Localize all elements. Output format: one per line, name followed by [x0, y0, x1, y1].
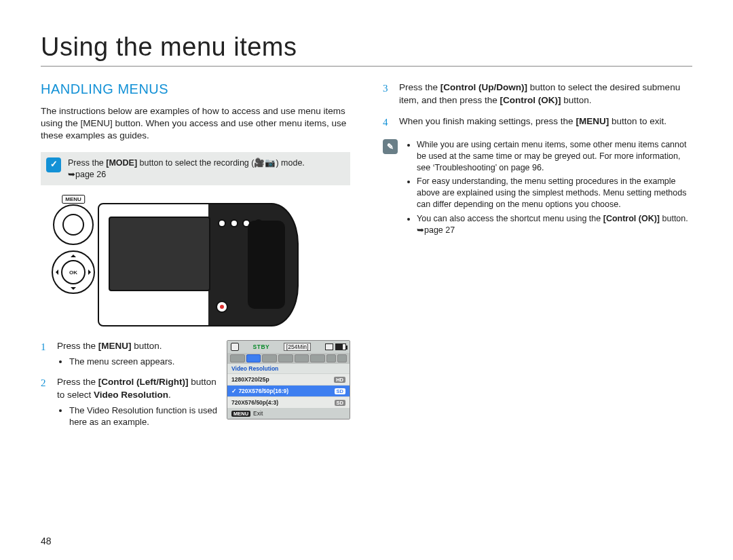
step-number: 1: [41, 340, 49, 367]
left-steps: 1 Press the [MENU] button. The menu scre…: [41, 340, 217, 437]
dpad-left-icon: [53, 269, 58, 275]
menu-dial-label: MENU: [62, 195, 85, 204]
lcd-exit-label: Exit: [253, 410, 263, 417]
tip-item: For easy understanding, the menu setting…: [417, 176, 692, 210]
lcd-tab: [337, 354, 347, 362]
page-ref-arrow-icon: ➥: [417, 225, 424, 235]
lcd-status-bar: STBY [254Min]: [227, 341, 350, 353]
step-1: 1 Press the [MENU] button. The menu scre…: [41, 340, 217, 367]
step-2-sub: The Video Resolution function is used he…: [69, 405, 217, 428]
dpad-right-icon: [88, 269, 94, 275]
lcd-menu-row-selected: 720X576/50p(16:9) SD: [227, 385, 350, 396]
dpad-up-icon: [71, 252, 76, 257]
lcd-tab-bar: [227, 353, 350, 364]
camera-body: [98, 203, 299, 326]
section-heading: HANDLING MENUS: [41, 81, 350, 97]
camera-screen: [109, 217, 210, 291]
battery-icon: [335, 343, 346, 350]
lcd-menu-header: Video Resolution: [227, 364, 350, 373]
two-column-layout: HANDLING MENUS The instructions below ar…: [41, 81, 692, 438]
lcd-footer: MENU Exit: [227, 408, 350, 419]
lcd-remaining-time: [254Min]: [284, 343, 312, 351]
right-column: 3 Press the [Control (Up/Down)] button t…: [383, 81, 692, 438]
mode-note-text: Press the [MODE] button to select the re…: [68, 157, 305, 181]
sd-card-icon: [231, 343, 239, 351]
manual-page: Using the menu items HANDLING MENUS The …: [0, 0, 733, 451]
intro-paragraph: The instructions below are examples of h…: [41, 105, 350, 143]
tip-item: While you are using certain menu items, …: [417, 139, 692, 174]
photo-icon: 📷: [265, 158, 276, 168]
step-2: 2 Press the [Control (Left/Right)] butto…: [41, 376, 217, 428]
pencil-note-icon: ✎: [383, 139, 398, 154]
step-number: 3: [383, 81, 391, 107]
check-icon: ✓: [46, 157, 61, 172]
page-ref-arrow-icon: ➥: [68, 170, 75, 179]
lcd-tab: [295, 354, 309, 362]
page-number: 48: [41, 536, 52, 546]
left-bottom-row: 1 Press the [MENU] button. The menu scre…: [41, 340, 350, 437]
camera-illustration: MENU OK: [41, 198, 299, 326]
menu-dial: MENU: [53, 204, 94, 245]
lcd-tab-active: [246, 354, 261, 362]
mode-note-box: ✓ Press the [MODE] button to select the …: [41, 152, 350, 186]
video-icon: 🎥: [254, 158, 265, 168]
step-3: 3 Press the [Control (Up/Down)] button t…: [383, 81, 692, 107]
step-4: 4 When you finish making settings, press…: [383, 115, 692, 130]
storage-icon: [325, 343, 333, 350]
tips-block: ✎ While you are using certain menu items…: [383, 139, 692, 239]
dpad-down-icon: [71, 287, 76, 293]
left-column: HANDLING MENUS The instructions below ar…: [41, 81, 350, 438]
chapter-title: Using the menu items: [41, 33, 692, 67]
lcd-tab: [262, 354, 277, 362]
tip-item: You can also access the shortcut menu us…: [417, 213, 692, 236]
camera-grip: [248, 221, 285, 309]
step-1-sub: The menu screen appears.: [69, 356, 217, 368]
lcd-menu-row: 1280X720/25p HD: [227, 373, 350, 385]
step-number: 4: [383, 115, 391, 130]
lcd-tab: [326, 354, 336, 362]
lcd-screenshot: STBY [254Min]: [227, 340, 350, 419]
tips-list: While you are using certain menu items, …: [405, 139, 692, 239]
lcd-tab: [310, 354, 325, 362]
menu-button-icon: MENU: [231, 411, 250, 417]
ok-dpad: OK: [52, 250, 95, 294]
lcd-stby-label: STBY: [253, 343, 270, 350]
record-button-icon: [216, 301, 228, 313]
dpad-ok-label: OK: [61, 260, 86, 284]
lcd-menu-row: 720X576/50p(4:3) SD: [227, 396, 350, 408]
lcd-tab: [278, 354, 293, 362]
step-number: 2: [41, 376, 49, 428]
lcd-tab: [230, 354, 245, 362]
